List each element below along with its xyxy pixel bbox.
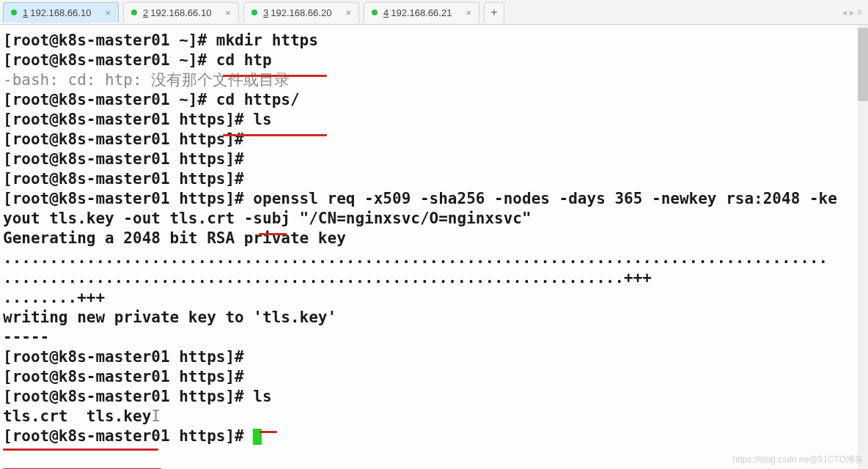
nav-menu-icon[interactable]: ≡ (857, 7, 862, 18)
tab-number: 2 (143, 7, 148, 18)
tab-4[interactable]: 4 192.168.66.21 × (364, 2, 479, 23)
annotation-underline (3, 448, 158, 451)
scrollbar-vertical[interactable] (858, 25, 868, 469)
tab-label: 192.168.66.20 (271, 7, 331, 18)
scrollbar-thumb[interactable] (858, 28, 868, 101)
nav-left-icon[interactable]: ◂ (842, 7, 847, 18)
nav-right-icon[interactable]: ▸ (850, 7, 854, 18)
annotation-underline (260, 431, 277, 433)
close-icon[interactable]: × (460, 7, 471, 18)
tab-2[interactable]: 2 192.168.66.10 × (123, 2, 239, 23)
tab-3[interactable]: 3 192.168.66.20 × (243, 2, 359, 23)
terminal-pane: [root@k8s-master01 ~]# mkdir https[root@… (0, 25, 868, 469)
tab-label: 192.168.66.21 (391, 7, 452, 18)
tab-number: 3 (263, 7, 268, 18)
tab-bar: 1 192.168.66.10 × 2 192.168.66.10 × 3 19… (0, 0, 868, 25)
tab-1[interactable]: 1 192.168.66.10 × (3, 2, 119, 23)
status-dot-icon (251, 10, 257, 15)
annotation-underline (223, 75, 327, 77)
status-dot-icon (131, 10, 137, 15)
close-icon[interactable]: × (339, 7, 351, 18)
tab-number: 4 (383, 7, 389, 18)
tab-label: 192.168.66.10 (150, 7, 211, 18)
tab-number: 1 (23, 7, 28, 18)
status-dot-icon (372, 10, 378, 15)
tab-label: 192.168.66.10 (30, 7, 91, 18)
watermark-text: https://blog.csdn.ne@51CTO博客 (732, 454, 864, 466)
status-dot-icon (11, 10, 17, 15)
close-icon[interactable]: × (219, 7, 231, 18)
plus-icon: + (490, 6, 497, 19)
new-tab-button[interactable]: + (484, 2, 504, 23)
tab-nav-controls: ◂ ▸ ≡ (842, 7, 868, 18)
annotation-underline (223, 134, 327, 136)
terminal-output[interactable]: [root@k8s-master01 ~]# mkdir https[root@… (0, 25, 868, 449)
close-icon[interactable]: × (99, 7, 111, 18)
annotation-underline (259, 233, 287, 235)
